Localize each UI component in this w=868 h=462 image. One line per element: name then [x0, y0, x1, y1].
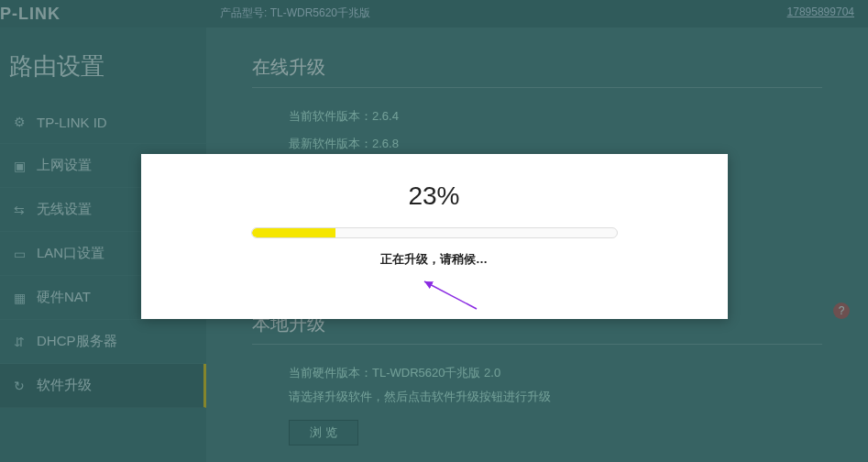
progress-message: 正在升级，请稍候…: [380, 251, 488, 268]
progress-bar: [251, 227, 618, 238]
progress-percent: 23%: [408, 182, 459, 211]
annotation-arrow-icon: [417, 277, 481, 314]
progress-fill: [252, 228, 336, 237]
svg-line-0: [424, 281, 477, 309]
